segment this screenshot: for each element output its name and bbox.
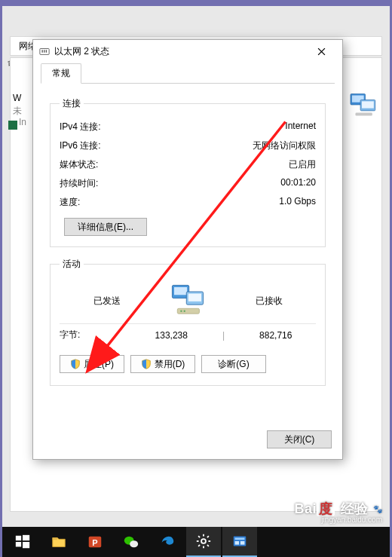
speed-value: 1.0 Gbps — [279, 196, 316, 209]
duration-label: 持续时间: — [60, 177, 98, 190]
dialog-title: 以太网 2 状态 — [54, 45, 109, 58]
tab-general[interactable]: 常规 — [41, 63, 81, 84]
sent-label: 已发送 — [60, 295, 154, 308]
svg-line-33 — [207, 536, 209, 537]
svg-rect-38 — [240, 541, 245, 545]
shield-icon — [141, 359, 152, 369]
svg-line-31 — [198, 536, 200, 537]
bytes-sent-value: 133,238 — [131, 330, 212, 341]
bg-vendor: In — [19, 117, 26, 127]
taskbar-settings[interactable] — [186, 527, 221, 557]
svg-point-15 — [184, 311, 185, 312]
svg-rect-19 — [16, 542, 21, 546]
close-icon[interactable] — [306, 41, 336, 62]
svg-line-32 — [207, 545, 209, 546]
svg-rect-3 — [362, 101, 374, 108]
svg-rect-36 — [235, 537, 245, 540]
bg-adapter-name: W — [13, 93, 21, 103]
taskbar-file-explorer[interactable] — [41, 527, 76, 557]
ethernet-status-dialog: 以太网 2 状态 常规 连接 IPv4 连接: Internet IPv6 连接… — [32, 39, 343, 460]
ipv6-value: 无网络访问权限 — [253, 139, 316, 152]
svg-rect-6 — [42, 50, 43, 53]
svg-point-26 — [201, 539, 206, 543]
properties-button[interactable]: 属性(P) — [60, 355, 124, 373]
properties-button-label: 属性(P) — [84, 358, 114, 371]
svg-rect-10 — [174, 287, 187, 295]
taskbar-control-panel[interactable] — [222, 527, 257, 557]
svg-point-25 — [130, 540, 138, 547]
connection-group: 连接 IPv4 连接: Internet IPv6 连接: 无网络访问权限 媒体… — [50, 97, 326, 247]
bytes-recv-value: 882,716 — [236, 330, 317, 341]
connection-legend: 连接 — [60, 97, 84, 110]
taskbar: P — [2, 527, 390, 557]
activity-icon — [154, 283, 222, 319]
titlebar[interactable]: 以太网 2 状态 — [33, 40, 342, 63]
disable-button-label: 禁用(D) — [155, 358, 185, 371]
svg-rect-18 — [23, 535, 29, 540]
watermark-url: jingyan.baidu.com — [294, 516, 382, 525]
activity-group: 活动 已发送 已接收 字节: — [50, 258, 326, 386]
svg-rect-17 — [16, 536, 21, 540]
disable-button[interactable]: 禁用(D) — [130, 355, 195, 373]
ethernet-icon — [39, 46, 50, 57]
divider — [60, 323, 316, 324]
svg-rect-8 — [46, 50, 47, 53]
svg-rect-20 — [23, 542, 29, 548]
taskbar-powerpoint[interactable]: P — [78, 527, 112, 557]
taskbar-edge[interactable] — [150, 527, 185, 557]
bytes-label: 字节: — [60, 329, 131, 341]
svg-rect-21 — [53, 538, 57, 540]
ipv6-label: IPv6 连接: — [60, 139, 101, 152]
media-value: 已启用 — [289, 158, 316, 171]
svg-rect-7 — [44, 50, 44, 53]
activity-legend: 活动 — [60, 258, 84, 271]
shield-icon — [70, 359, 81, 369]
ipv4-label: IPv4 连接: — [60, 121, 101, 133]
received-label: 已接收 — [222, 295, 316, 308]
taskbar-wechat[interactable] — [114, 527, 149, 557]
bg-unidentified: 未 — [13, 105, 22, 118]
start-button[interactable] — [5, 527, 40, 557]
svg-rect-4 — [356, 113, 372, 116]
svg-line-34 — [198, 545, 200, 546]
diagnose-button-label: 诊断(G) — [218, 358, 249, 371]
svg-text:P: P — [92, 538, 97, 547]
excel-icon — [8, 121, 17, 130]
pipe: | — [212, 330, 236, 341]
duration-value: 00:01:20 — [280, 177, 316, 190]
close-button[interactable]: 关闭(C) — [267, 430, 332, 448]
diagnose-button[interactable]: 诊断(G) — [201, 355, 266, 373]
details-button[interactable]: 详细信息(E)... — [64, 218, 147, 236]
tab-strip: 常规 — [41, 64, 335, 84]
svg-point-14 — [180, 311, 182, 312]
ipv4-value: Internet — [285, 121, 316, 133]
network-computers-icon — [348, 89, 379, 121]
media-label: 媒体状态: — [60, 158, 98, 171]
svg-rect-12 — [188, 294, 201, 301]
svg-rect-37 — [235, 541, 240, 545]
speed-label: 速度: — [60, 196, 80, 209]
